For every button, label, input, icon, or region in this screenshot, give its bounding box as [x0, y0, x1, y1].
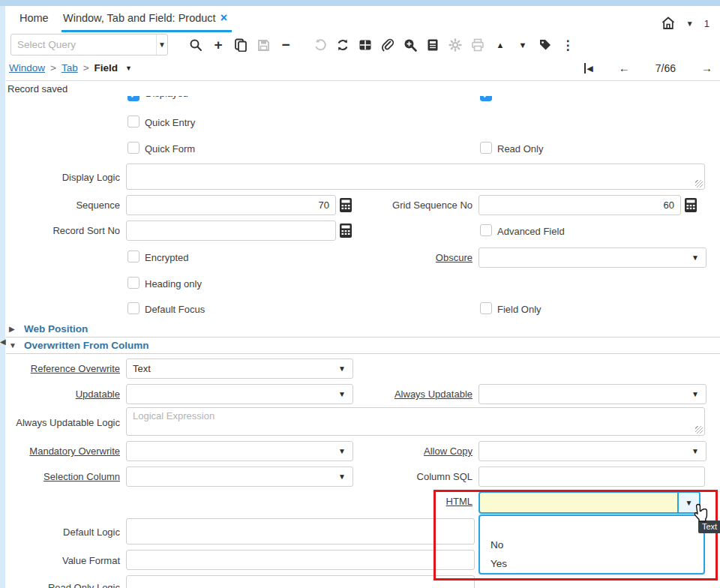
display-logic-field[interactable]	[126, 164, 705, 190]
updatable-dropdown[interactable]: ▼	[126, 384, 353, 404]
quick-form-label: Quick Form	[145, 143, 195, 154]
chevron-down-icon[interactable]: ▼	[125, 64, 132, 72]
always-updatable-logic-label: Always Updatable Logic	[0, 417, 120, 428]
default-logic-input[interactable]	[127, 519, 474, 544]
report-icon[interactable]	[422, 34, 444, 56]
zoom-across-icon[interactable]	[399, 34, 422, 56]
quick-entry-checkbox[interactable]	[128, 116, 140, 128]
first-record-icon[interactable]: ◀	[584, 63, 592, 74]
label-icon[interactable]	[534, 34, 556, 56]
search-icon[interactable]	[184, 34, 207, 56]
close-icon[interactable]: ×	[220, 11, 227, 24]
tooltip: Text	[698, 520, 720, 533]
breadcrumb-field[interactable]: Field	[94, 62, 118, 74]
breadcrumb-tab[interactable]: Tab	[62, 62, 78, 74]
obscure-dropdown[interactable]: ▼	[478, 248, 706, 268]
quick-form-checkbox[interactable]	[128, 142, 140, 154]
checked-checkbox-partial[interactable]: ✓	[480, 96, 492, 101]
dropdown-option-no[interactable]: No	[480, 536, 704, 554]
calculator-icon[interactable]	[339, 223, 352, 238]
print-icon	[466, 34, 489, 56]
record-sort-label: Record Sort No	[0, 225, 120, 236]
advanced-field-checkbox[interactable]	[480, 224, 492, 236]
previous-record-icon[interactable]: ←	[619, 62, 630, 74]
read-only-logic-field[interactable]	[126, 575, 475, 588]
record-sort-field[interactable]	[126, 220, 336, 241]
reference-overwrite-dropdown[interactable]: Text ▼	[126, 358, 353, 379]
next-record-icon[interactable]: →	[701, 62, 712, 74]
grid-toggle-icon[interactable]	[354, 34, 376, 56]
heading-only-checkbox[interactable]	[128, 277, 140, 289]
sequence-input[interactable]	[127, 196, 335, 214]
updatable-label[interactable]: Updatable	[0, 388, 120, 400]
resize-handle[interactable]	[695, 180, 703, 188]
select-query-combo[interactable]: ▼	[10, 34, 168, 56]
dropdown-button[interactable]: ▼	[677, 493, 699, 512]
dropdown-option-blank[interactable]	[480, 516, 704, 536]
chevron-down-icon[interactable]: ▼	[686, 20, 694, 28]
resize-handle[interactable]	[695, 426, 703, 434]
always-updatable-dropdown[interactable]: ▼	[478, 384, 706, 404]
new-record-icon[interactable]: +	[207, 34, 230, 56]
quick-entry-label: Quick Entry	[145, 117, 195, 128]
refresh-icon[interactable]	[332, 34, 354, 56]
window-top-strip	[0, 0, 720, 6]
field-only-label: Field Only	[497, 304, 542, 315]
undo-icon	[309, 34, 332, 56]
section-web-position[interactable]: ▶ Web Position	[6, 322, 720, 338]
html-combobox[interactable]: ▼	[478, 491, 700, 514]
allow-copy-label[interactable]: Allow Copy	[345, 446, 472, 457]
tab-home[interactable]: Home	[12, 6, 56, 32]
default-logic-field[interactable]	[126, 518, 475, 544]
selection-column-label[interactable]: Selection Column	[0, 471, 120, 482]
home-icon[interactable]	[661, 16, 676, 31]
tab-window-tab-field[interactable]: Window, Tab and Field: Product×	[57, 6, 233, 32]
chevron-down-icon: ▼	[332, 364, 352, 373]
copy-record-icon[interactable]	[230, 34, 252, 56]
record-navigation: ◀ ← 7/66 →	[584, 62, 712, 74]
chevron-down-icon[interactable]: ▼	[156, 34, 167, 55]
dropdown-option-yes[interactable]: Yes	[480, 554, 704, 573]
panel-collapse-icon[interactable]: ◀	[0, 336, 5, 348]
attachment-icon[interactable]	[376, 34, 399, 56]
read-only-checkbox[interactable]	[480, 142, 492, 154]
toolbar: ▼ + −	[6, 33, 720, 58]
selection-column-dropdown[interactable]: ▼	[126, 466, 353, 487]
grid-sequence-input[interactable]	[479, 196, 680, 214]
value-format-input[interactable]	[127, 550, 474, 569]
default-focus-checkbox[interactable]	[128, 302, 140, 314]
column-sql-label: Column SQL	[345, 471, 472, 482]
expand-icon[interactable]: ▼	[512, 34, 534, 56]
checked-checkbox-partial[interactable]: ✓	[128, 96, 140, 101]
always-updatable-logic-textarea[interactable]	[127, 408, 704, 435]
encrypted-checkbox[interactable]	[128, 250, 140, 262]
reference-overwrite-label[interactable]: Reference Overwrite	[0, 363, 120, 374]
read-only-logic-input[interactable]	[127, 576, 474, 588]
read-only-logic-label: Read Only Logic	[0, 582, 120, 588]
collapse-icon[interactable]: ▲	[489, 34, 512, 56]
value-format-field[interactable]	[126, 550, 475, 570]
grid-sequence-field[interactable]	[478, 195, 681, 215]
column-sql-field[interactable]	[478, 466, 705, 487]
breadcrumb-window[interactable]: Window	[9, 62, 45, 74]
column-sql-input[interactable]	[479, 467, 704, 486]
always-updatable-label[interactable]: Always Updatable	[345, 388, 472, 400]
html-label[interactable]: HTML	[398, 496, 472, 507]
record-sort-input[interactable]	[127, 221, 335, 240]
delete-record-icon[interactable]: −	[274, 34, 297, 56]
select-query-input[interactable]	[11, 39, 156, 50]
sequence-field[interactable]	[126, 195, 336, 215]
more-options-icon[interactable]: ⋮	[556, 34, 579, 56]
mandatory-overwrite-label[interactable]: Mandatory Overwrite	[0, 446, 120, 457]
calculator-icon[interactable]	[684, 197, 698, 213]
mandatory-overwrite-dropdown[interactable]: ▼	[126, 441, 353, 461]
tab-bar: Home Window, Tab and Field: Product× ▼ 1	[6, 6, 720, 32]
allow-copy-dropdown[interactable]: ▼	[478, 441, 706, 461]
field-only-checkbox[interactable]	[480, 302, 492, 314]
always-updatable-logic-field[interactable]	[126, 407, 705, 436]
section-overwritten-from-column[interactable]: ▼ Overwritten From Column	[6, 339, 720, 354]
encrypted-label: Encrypted	[145, 252, 189, 263]
display-logic-textarea[interactable]	[127, 164, 704, 189]
active-tab-underline	[62, 30, 232, 32]
obscure-label[interactable]: Obscure	[345, 252, 472, 263]
